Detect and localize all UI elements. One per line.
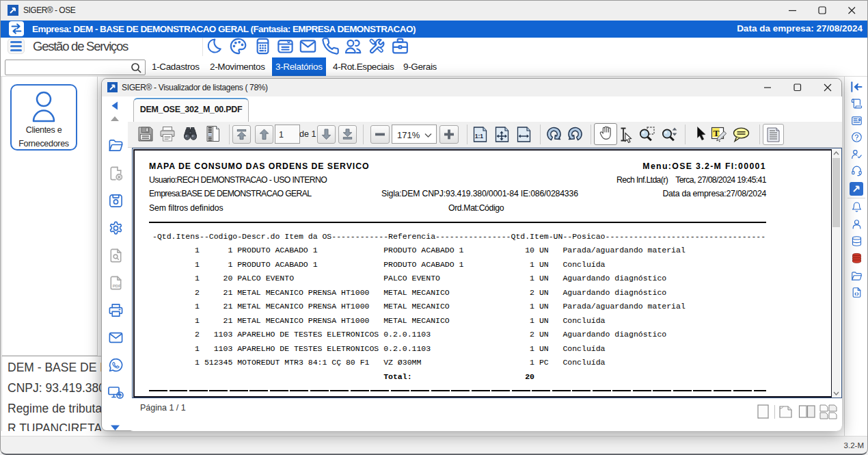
svg-text:1:1: 1:1	[475, 133, 484, 140]
svg-text:PDF: PDF	[113, 283, 122, 288]
